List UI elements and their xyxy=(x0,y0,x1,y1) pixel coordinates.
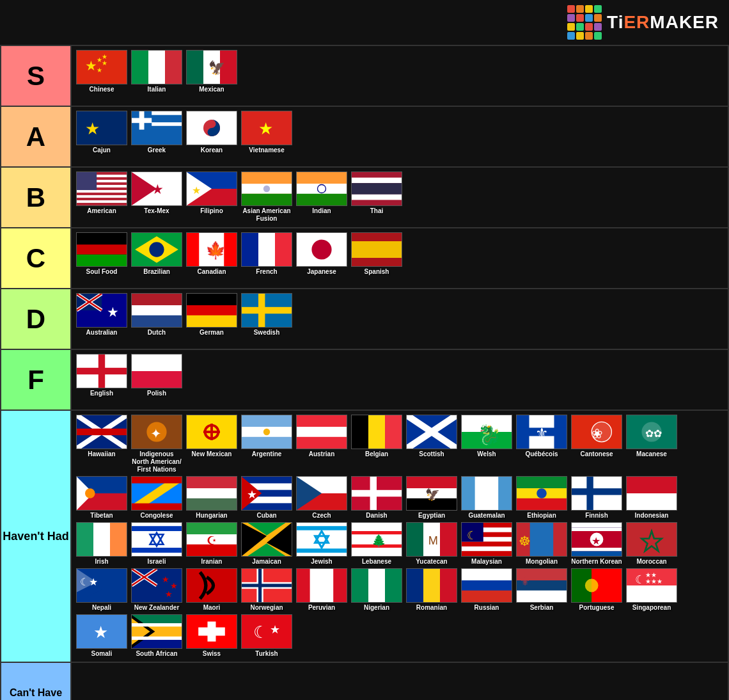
list-item[interactable]: Scottish xyxy=(405,415,458,458)
list-item[interactable]: ☸Mongolian xyxy=(515,522,568,566)
list-item[interactable]: ★Filipino xyxy=(185,171,238,215)
list-item[interactable]: Indonesian xyxy=(625,476,678,520)
list-item[interactable]: New Mexican xyxy=(185,415,238,458)
list-item[interactable]: Tibetan xyxy=(75,476,128,520)
list-item[interactable]: ★Cuban xyxy=(240,476,293,520)
list-item[interactable]: ✿✿Macanese xyxy=(625,415,678,458)
list-item[interactable]: Austrian xyxy=(295,415,348,458)
list-item[interactable]: American xyxy=(75,171,128,215)
list-item[interactable]: Brazilian xyxy=(130,232,183,276)
list-item[interactable]: ★Cajun xyxy=(75,111,128,154)
list-item[interactable]: ★Vietnamese xyxy=(240,111,293,154)
list-item[interactable]: Jamaican xyxy=(240,522,293,566)
list-item[interactable]: Congolese xyxy=(130,476,183,520)
list-item[interactable]: Spanish xyxy=(350,232,403,276)
list-item[interactable]: ✦Indigenous North American/ First Nation… xyxy=(130,415,183,473)
list-item[interactable]: Polish xyxy=(130,354,183,397)
list-item[interactable]: ★★★★★Chinese xyxy=(75,50,128,93)
list-item[interactable]: ☾Malaysian xyxy=(460,522,513,566)
list-item[interactable]: MYucatecan xyxy=(405,522,458,566)
list-item[interactable]: Soul Food xyxy=(75,232,128,276)
list-item[interactable]: ⚜Québécois xyxy=(515,415,568,458)
list-item[interactable]: Hawaiian xyxy=(75,415,128,458)
list-item[interactable]: Romanian xyxy=(405,568,458,612)
list-item[interactable]: ☪Iranian xyxy=(185,522,238,566)
item-label: Indonesian xyxy=(635,512,669,520)
list-item[interactable]: Italian xyxy=(130,50,183,93)
svg-rect-260 xyxy=(462,569,512,580)
flag-flag-maori xyxy=(186,568,237,603)
svg-rect-162 xyxy=(407,477,457,488)
list-item[interactable]: ☾★Turkish xyxy=(240,614,293,658)
tier-items-cant xyxy=(72,663,728,700)
flag-flag-soulfood xyxy=(76,232,127,267)
svg-rect-99 xyxy=(132,371,182,388)
item-label: Macanese xyxy=(636,450,667,458)
list-item[interactable]: Danish xyxy=(350,476,403,520)
list-item[interactable]: Czech xyxy=(295,476,348,520)
list-item[interactable]: Argentine xyxy=(240,415,293,458)
list-item[interactable]: Ethiopian xyxy=(515,476,568,520)
tier-items-s: ★★★★★ChineseItalian🦅Mexican xyxy=(72,46,728,106)
svg-point-141 xyxy=(85,488,95,498)
flag-flag-iranian: ☪ xyxy=(186,522,237,557)
list-item[interactable]: 🦅Egyptian xyxy=(405,476,458,520)
list-item[interactable]: Norwegian xyxy=(240,568,293,612)
list-item[interactable]: ★Northern Korean xyxy=(570,522,623,566)
list-item[interactable]: Belgian xyxy=(350,415,403,458)
list-item[interactable]: Japanese xyxy=(295,232,348,276)
list-item[interactable]: 🌲Lebanese xyxy=(350,522,403,566)
list-item[interactable]: ☾★★★★★Singaporean xyxy=(625,568,678,612)
flag-flag-portuguese xyxy=(571,568,622,603)
list-item[interactable]: Dutch xyxy=(130,293,183,337)
list-item[interactable]: German xyxy=(185,293,238,337)
list-item[interactable]: ⚜Serbian xyxy=(515,568,568,612)
list-item[interactable]: Finnish xyxy=(570,476,623,520)
list-item[interactable]: Korean xyxy=(185,111,238,154)
list-item[interactable]: Peruvian xyxy=(295,568,348,612)
item-label: Yucatecan xyxy=(416,558,447,566)
list-item[interactable]: Greek xyxy=(130,111,183,154)
list-item[interactable]: Swedish xyxy=(240,293,293,337)
list-item[interactable]: ☾★Nepali xyxy=(75,568,128,612)
list-item[interactable]: 🦅Mexican xyxy=(185,50,238,93)
svg-rect-161 xyxy=(352,490,402,497)
flag-flag-italian xyxy=(131,50,182,84)
list-item[interactable]: Hungarian xyxy=(185,476,238,520)
list-item[interactable]: Thai xyxy=(350,171,403,215)
list-item[interactable]: South African xyxy=(130,614,183,658)
item-label: Irish xyxy=(95,558,108,566)
tier-items-havent: Hawaiian✦Indigenous North American/ Firs… xyxy=(72,411,728,662)
list-item[interactable]: ★Somali xyxy=(75,614,128,658)
list-item[interactable]: Asian American Fusion xyxy=(240,171,293,223)
svg-rect-98 xyxy=(132,354,182,371)
list-item[interactable]: Swiss xyxy=(185,614,238,658)
list-item[interactable]: ★Tex-Mex xyxy=(130,171,183,215)
svg-point-269 xyxy=(585,579,599,593)
item-label: Cantonese xyxy=(580,450,613,458)
list-item[interactable]: 🍁Canadian xyxy=(185,232,238,276)
list-item[interactable]: Nigerian xyxy=(350,568,403,612)
item-label: Belgian xyxy=(365,450,388,458)
list-item[interactable]: English xyxy=(75,354,128,397)
list-item[interactable]: French xyxy=(240,232,293,276)
svg-rect-261 xyxy=(462,580,512,591)
list-item[interactable]: Indian xyxy=(295,171,348,215)
list-item[interactable]: Irish xyxy=(75,522,128,566)
list-item[interactable]: Russian xyxy=(460,568,513,612)
list-item[interactable]: Moroccan xyxy=(625,522,678,566)
list-item[interactable]: Jewish xyxy=(295,522,348,566)
svg-rect-53 xyxy=(297,172,347,184)
list-item[interactable]: Portuguese xyxy=(570,568,623,612)
list-item[interactable]: Maori xyxy=(185,568,238,612)
list-item[interactable]: 🐉Welsh xyxy=(460,415,513,458)
list-item[interactable]: ★Australian xyxy=(75,293,128,337)
svg-text:🐉: 🐉 xyxy=(476,424,501,447)
list-item[interactable]: Israeli xyxy=(130,522,183,566)
list-item[interactable]: Guatemalan xyxy=(460,476,513,520)
svg-rect-217 xyxy=(462,551,512,555)
list-item[interactable]: ★★★New Zealander xyxy=(130,568,183,612)
flag-flag-french xyxy=(241,232,292,267)
tier-row-a: A★CajunGreekKorean★Vietnamese xyxy=(1,107,728,168)
list-item[interactable]: ❀Cantonese xyxy=(570,415,623,458)
